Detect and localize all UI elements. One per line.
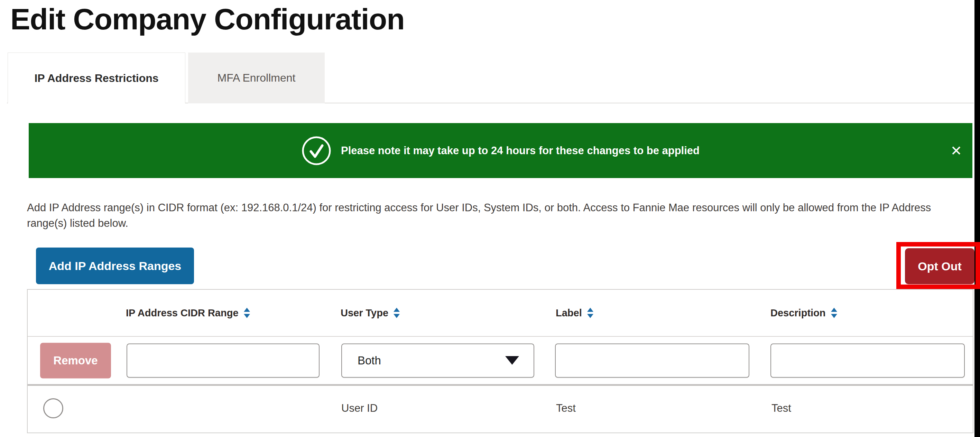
table-header-row: IP Address CIDR Range User Type Label De…	[28, 290, 973, 337]
column-header-cidr-label: IP Address CIDR Range	[126, 307, 239, 319]
tab-mfa-enrollment[interactable]: MFA Enrollment	[188, 52, 325, 103]
success-banner: Please note it may take up to 24 hours f…	[29, 123, 972, 178]
remove-button[interactable]: Remove	[40, 343, 111, 378]
success-banner-content: Please note it may take up to 24 hours f…	[302, 136, 700, 165]
row-select-radio[interactable]	[43, 398, 63, 418]
row-user-type-value: User ID	[341, 402, 378, 415]
column-header-user-type[interactable]: User Type	[340, 290, 400, 336]
opt-out-button[interactable]: Opt Out	[905, 248, 974, 284]
dropdown-caret-icon	[505, 356, 519, 365]
column-header-label[interactable]: Label	[556, 290, 594, 336]
tab-ip-address-restrictions[interactable]: IP Address Restrictions	[8, 52, 185, 103]
table-input-row: Remove Both	[28, 337, 973, 386]
column-header-description[interactable]: Description	[770, 290, 838, 336]
check-circle-icon	[302, 136, 331, 165]
screenshot-right-edge	[974, 0, 980, 437]
tab-ip-address-restrictions-label: IP Address Restrictions	[34, 72, 158, 85]
edit-company-configuration-page: Edit Company Configuration IP Address Re…	[0, 0, 980, 437]
row-label-value: Test	[556, 402, 576, 415]
page-description: Add IP Address range(s) in CIDR format (…	[27, 200, 974, 231]
column-header-cidr[interactable]: IP Address CIDR Range	[126, 290, 250, 336]
description-input[interactable]	[770, 343, 965, 378]
row-description-value: Test	[772, 402, 791, 415]
sort-icon[interactable]	[587, 308, 594, 318]
sort-icon[interactable]	[393, 308, 400, 318]
ip-address-table: IP Address CIDR Range User Type Label De…	[27, 289, 974, 433]
column-header-label-label: Label	[556, 307, 582, 319]
tab-mfa-enrollment-label: MFA Enrollment	[218, 72, 296, 84]
banner-close-button[interactable]: ✕	[950, 144, 962, 158]
success-banner-message: Please note it may take up to 24 hours f…	[341, 145, 700, 157]
column-header-description-label: Description	[770, 307, 826, 319]
add-ip-address-ranges-button[interactable]: Add IP Address Ranges	[36, 248, 194, 284]
user-type-selected-value: Both	[342, 354, 381, 367]
sort-icon[interactable]	[243, 308, 250, 318]
cidr-range-input[interactable]	[127, 343, 320, 378]
user-type-select[interactable]: Both	[341, 343, 534, 378]
label-input[interactable]	[555, 343, 749, 378]
page-title: Edit Company Configuration	[10, 2, 404, 36]
table-row: User ID Test Test	[28, 386, 973, 431]
column-header-user-type-label: User Type	[340, 307, 388, 319]
sort-icon[interactable]	[830, 308, 838, 318]
